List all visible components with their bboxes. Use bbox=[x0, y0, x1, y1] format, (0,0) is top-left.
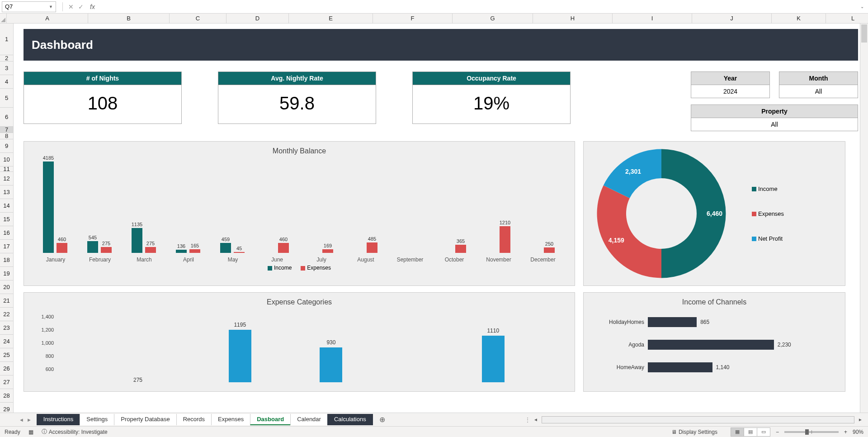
sheet-tab[interactable]: Records bbox=[176, 414, 212, 425]
chart-legend: Income Expenses bbox=[29, 265, 569, 271]
drag-handle-icon[interactable]: ⋮ bbox=[524, 416, 530, 423]
view-normal-icon[interactable]: ▦ bbox=[731, 428, 744, 437]
filter-value: All bbox=[779, 85, 858, 98]
sheet-tab[interactable]: Expenses bbox=[211, 414, 250, 425]
row-header[interactable]: 25 bbox=[0, 348, 13, 362]
sheet-tab[interactable]: Dasboard bbox=[250, 414, 291, 425]
view-buttons: ▦ ▤ ▭ bbox=[731, 428, 770, 437]
column-header[interactable]: G bbox=[453, 14, 533, 23]
status-bar: Ready ▦ ⓘ Accessibility: Investigate 🖥 D… bbox=[0, 426, 868, 437]
row-header[interactable]: 13 bbox=[0, 185, 13, 199]
macro-record-icon[interactable]: ▦ bbox=[28, 429, 33, 435]
view-pagelayout-icon[interactable]: ▤ bbox=[744, 428, 757, 437]
column-header[interactable]: L bbox=[826, 14, 868, 23]
kpi-occupancy: Occupancy Rate 19% bbox=[412, 71, 571, 124]
filter-value: All bbox=[691, 118, 858, 131]
scroll-track[interactable] bbox=[542, 416, 854, 423]
legend-color-icon bbox=[752, 237, 756, 241]
add-sheet-button[interactable]: ⊕ bbox=[373, 415, 392, 424]
vertical-scrollbar[interactable] bbox=[860, 24, 868, 413]
chart-donut[interactable]: 6,460 4,159 2,301 Income Expenses Net Pr… bbox=[583, 141, 845, 286]
column-header[interactable]: E bbox=[289, 14, 373, 23]
row-header[interactable]: 15 bbox=[0, 213, 13, 226]
row-header[interactable]: 9 bbox=[0, 139, 13, 153]
row-header[interactable]: 11 bbox=[0, 166, 13, 172]
chevron-down-icon[interactable]: ▼ bbox=[49, 5, 53, 9]
row-header[interactable]: 1 bbox=[0, 24, 13, 55]
scrollbar-thumb[interactable] bbox=[861, 24, 867, 43]
legend-color-income bbox=[268, 266, 272, 271]
column-header[interactable]: B bbox=[88, 14, 170, 23]
row-header[interactable]: 24 bbox=[0, 335, 13, 348]
row-header[interactable]: 18 bbox=[0, 253, 13, 267]
zoom-level[interactable]: 90% bbox=[853, 429, 863, 435]
column-header[interactable]: A bbox=[7, 14, 88, 23]
horizontal-scrollbar[interactable]: ⋮ ◄ ► bbox=[524, 416, 868, 423]
row-header[interactable]: 26 bbox=[0, 362, 13, 375]
chart-title: Income of Channels bbox=[589, 298, 840, 306]
sheet-tab[interactable]: Property Database bbox=[114, 414, 176, 425]
column-header[interactable]: J bbox=[692, 14, 772, 23]
sheet-tab[interactable]: Settings bbox=[80, 414, 114, 425]
sheet-tab[interactable]: Calendar bbox=[290, 414, 328, 425]
tab-nav: ◄ ► bbox=[14, 417, 37, 423]
row-header[interactable]: 23 bbox=[0, 321, 13, 335]
formula-input[interactable] bbox=[100, 1, 855, 12]
row-header[interactable]: 2 bbox=[0, 55, 13, 62]
scroll-left-icon[interactable]: ◄ bbox=[532, 417, 540, 422]
row-header[interactable]: 8 bbox=[0, 133, 13, 139]
column-header[interactable]: H bbox=[533, 14, 613, 23]
column-header[interactable]: K bbox=[772, 14, 826, 23]
fx-icon[interactable]: fx bbox=[90, 3, 95, 10]
column-header[interactable]: I bbox=[613, 14, 692, 23]
filter-year[interactable]: Year 2024 bbox=[691, 71, 770, 98]
scroll-right-icon[interactable]: ► bbox=[856, 417, 864, 422]
chart-expense-categories[interactable]: Expense Categories 6008001,0001,2001,400… bbox=[24, 292, 575, 392]
chart-monthly-balance[interactable]: Monthly Balance 4185460January545275Febr… bbox=[24, 141, 575, 286]
row-header[interactable]: 22 bbox=[0, 308, 13, 321]
row-header[interactable]: 3 bbox=[0, 62, 13, 75]
row-header[interactable]: 19 bbox=[0, 267, 13, 280]
column-header[interactable]: C bbox=[170, 14, 226, 23]
zoom-in-button[interactable]: + bbox=[844, 429, 847, 435]
kpi-value: 59.8 bbox=[218, 85, 376, 124]
row-header[interactable]: 14 bbox=[0, 199, 13, 213]
filter-month[interactable]: Month All bbox=[779, 71, 858, 98]
row-header[interactable]: 16 bbox=[0, 226, 13, 240]
view-pagebreak-icon[interactable]: ▭ bbox=[757, 428, 770, 437]
display-settings-button[interactable]: 🖥 Display Settings bbox=[671, 429, 717, 435]
row-header[interactable]: 21 bbox=[0, 294, 13, 308]
expand-formula-icon[interactable]: ⌄ bbox=[858, 4, 866, 9]
row-header[interactable]: 12 bbox=[0, 172, 13, 185]
sheet-tab-bar: ◄ ► InstructionsSettingsProperty Databas… bbox=[0, 413, 868, 426]
confirm-icon[interactable]: ✓ bbox=[78, 3, 84, 10]
donut-legend: Income Expenses Net Profit bbox=[752, 185, 784, 242]
filter-label: Property bbox=[691, 105, 858, 118]
row-header[interactable]: 20 bbox=[0, 280, 13, 294]
filter-property[interactable]: Property All bbox=[691, 104, 858, 131]
legend-label: Expenses bbox=[307, 265, 331, 271]
legend-label: Expenses bbox=[758, 210, 784, 217]
row-header[interactable]: 17 bbox=[0, 240, 13, 253]
row-header[interactable]: 5 bbox=[0, 89, 13, 108]
chart-income-channels[interactable]: Income of Channels HolidayHomes865Agoda2… bbox=[583, 292, 845, 392]
row-header[interactable]: 27 bbox=[0, 375, 13, 389]
tab-nav-next-icon[interactable]: ► bbox=[27, 417, 32, 423]
sheet-tab[interactable]: Calculations bbox=[327, 414, 373, 425]
column-header[interactable]: D bbox=[226, 14, 289, 23]
row-header[interactable]: 7 bbox=[0, 127, 13, 133]
row-header[interactable]: 6 bbox=[0, 108, 13, 127]
zoom-slider[interactable] bbox=[784, 431, 839, 433]
row-header[interactable]: 28 bbox=[0, 389, 13, 403]
row-header[interactable]: 10 bbox=[0, 153, 13, 166]
sheet-tab[interactable]: Instructions bbox=[37, 414, 80, 425]
select-all-corner[interactable] bbox=[0, 14, 7, 23]
grid-area[interactable]: Dashboard # of Nights 108 Avg. Nightly R… bbox=[14, 24, 868, 413]
name-box[interactable]: Q7 ▼ bbox=[2, 1, 56, 12]
status-accessibility[interactable]: ⓘ Accessibility: Investigate bbox=[42, 428, 108, 436]
tab-nav-prev-icon[interactable]: ◄ bbox=[19, 417, 24, 423]
zoom-out-button[interactable]: − bbox=[776, 429, 779, 435]
cancel-icon[interactable]: ✕ bbox=[68, 3, 74, 10]
row-header[interactable]: 4 bbox=[0, 75, 13, 89]
column-header[interactable]: F bbox=[373, 14, 453, 23]
